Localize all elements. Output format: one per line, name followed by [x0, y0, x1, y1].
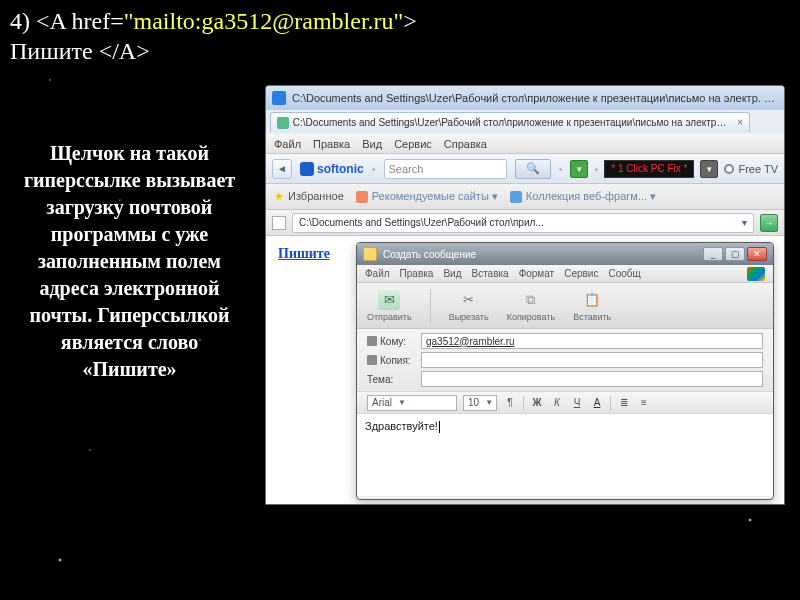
- paste-icon: 📋: [581, 290, 603, 310]
- favorites-button[interactable]: ★Избранное: [274, 190, 344, 203]
- code-open: <A href=: [36, 8, 124, 34]
- green-dropdown[interactable]: ▾: [570, 160, 588, 178]
- compose-header-fields: Кому: ga3512@rambler.ru Копия: Тема:: [357, 329, 773, 392]
- search-input[interactable]: Search: [384, 159, 507, 179]
- star-icon: ★: [274, 190, 284, 202]
- copy-icon: ⧉: [520, 290, 542, 310]
- promo-cluster: ▾ • * 1 Click PC Fix * ▾ Free TV: [570, 160, 778, 178]
- freetv-link[interactable]: Free TV: [724, 163, 778, 175]
- menu-view[interactable]: Вид: [362, 138, 382, 150]
- addressbook-icon[interactable]: [367, 336, 377, 346]
- close-button[interactable]: ✕: [747, 247, 767, 261]
- paragraph-icon[interactable]: ¶: [503, 397, 517, 408]
- bold-icon[interactable]: Ж: [530, 397, 544, 408]
- browser-menubar: Файл Правка Вид Сервис Справка: [266, 134, 784, 154]
- cut-button[interactable]: ✂Вырезать: [449, 290, 489, 322]
- to-input[interactable]: ga3512@rambler.ru: [421, 333, 763, 349]
- send-icon: ✉: [378, 290, 400, 310]
- page-icon: [277, 117, 289, 129]
- cmenu-format[interactable]: Формат: [519, 268, 555, 279]
- slide-explain: Щелчок на такой гиперссылке вызывает заг…: [12, 140, 247, 383]
- compose-title: Создать сообщение: [383, 249, 476, 260]
- mailto-link[interactable]: Пишите: [278, 246, 330, 262]
- menu-edit[interactable]: Правка: [313, 138, 350, 150]
- softonic-icon: [300, 162, 314, 176]
- cut-icon: ✂: [458, 290, 480, 310]
- cc-input[interactable]: [421, 352, 763, 368]
- webslice-label: Коллекция веб-фрагм... ▾: [526, 190, 656, 203]
- browser-titlebar[interactable]: C:\Documents and Settings\Uzer\Рабочий с…: [266, 86, 784, 110]
- slide-number: 4): [10, 8, 36, 34]
- text-caret: [439, 421, 440, 433]
- compose-titlebar[interactable]: Создать сообщение _ ▢ ✕: [357, 243, 773, 265]
- compose-toolbar: ✉Отправить ✂Вырезать ⧉Копировать 📋Встави…: [357, 283, 773, 329]
- to-label: Кому:: [367, 336, 413, 347]
- numbered-list-icon[interactable]: ≣: [617, 397, 631, 408]
- compose-window: Создать сообщение _ ▢ ✕ Файл Правка Вид …: [356, 242, 774, 500]
- copy-button[interactable]: ⧉Копировать: [507, 290, 555, 322]
- addressbook-icon-2[interactable]: [367, 355, 377, 365]
- cmenu-view[interactable]: Вид: [443, 268, 461, 279]
- go-button[interactable]: →: [760, 214, 778, 232]
- menu-help[interactable]: Справка: [444, 138, 487, 150]
- toolbar-sep: •: [372, 163, 376, 175]
- freetv-label: Free TV: [738, 163, 778, 175]
- search-icon: 🔍: [526, 162, 540, 175]
- green-dropdown-2[interactable]: ▾: [700, 160, 718, 178]
- underline-icon[interactable]: Ч: [570, 397, 584, 408]
- cmenu-file[interactable]: Файл: [365, 268, 390, 279]
- nav-back-button[interactable]: ◄: [272, 159, 292, 179]
- body-text: Здравствуйте!: [365, 420, 438, 432]
- search-button[interactable]: 🔍: [515, 159, 551, 179]
- compose-body[interactable]: Здравствуйте!: [357, 414, 773, 496]
- cmenu-message[interactable]: Сообщ: [608, 268, 640, 279]
- address-text: C:\Documents and Settings\Uzer\Рабочий с…: [299, 217, 544, 228]
- softonic-logo[interactable]: softonic: [300, 162, 364, 176]
- softonic-label: softonic: [317, 162, 364, 176]
- fontcolor-icon[interactable]: А: [590, 397, 604, 408]
- favorites-bar: ★Избранное Рекомендуемые сайты ▾ Коллекц…: [266, 184, 784, 210]
- ie-icon: [272, 91, 286, 105]
- compose-sysbuttons: _ ▢ ✕: [703, 247, 767, 261]
- format-toolbar: Arial▼ 10▼ ¶ Ж К Ч А ≣ ≡: [357, 392, 773, 414]
- subject-label: Тема:: [367, 374, 413, 385]
- promo-ad[interactable]: * 1 Click PC Fix *: [604, 160, 694, 178]
- search-placeholder: Search: [389, 163, 424, 175]
- cc-label-text: Копия:: [380, 355, 411, 366]
- code-mailto: "mailto:ga3512@rambler.ru": [124, 8, 404, 34]
- address-input[interactable]: C:\Documents and Settings\Uzer\Рабочий с…: [292, 213, 754, 233]
- cmenu-service[interactable]: Сервис: [564, 268, 598, 279]
- chevron-down-icon: ▼: [398, 398, 406, 407]
- paste-label: Вставить: [573, 312, 611, 322]
- webslice-icon: [510, 191, 522, 203]
- paste-button[interactable]: 📋Вставить: [573, 290, 611, 322]
- promo-sep: •: [594, 163, 598, 175]
- browser-tab[interactable]: C:\Documents and Settings\Uzer\Рабочий с…: [270, 112, 750, 132]
- minimize-button[interactable]: _: [703, 247, 723, 261]
- font-select[interactable]: Arial▼: [367, 395, 457, 411]
- maximize-button[interactable]: ▢: [725, 247, 745, 261]
- cmenu-edit[interactable]: Правка: [400, 268, 434, 279]
- chevron-down-icon-2: ▼: [485, 398, 493, 407]
- format-sep-2: [610, 396, 611, 410]
- webslice-link[interactable]: Коллекция веб-фрагм... ▾: [510, 190, 656, 203]
- sites-icon: [356, 191, 368, 203]
- menu-service[interactable]: Сервис: [394, 138, 432, 150]
- address-dropdown-icon[interactable]: ▾: [742, 217, 747, 228]
- subject-input[interactable]: [421, 371, 763, 387]
- close-tab-icon[interactable]: ×: [731, 117, 743, 128]
- code-close: </A>: [99, 38, 150, 64]
- browser-title: C:\Documents and Settings\Uzer\Рабочий с…: [292, 92, 778, 104]
- to-value: ga3512@rambler.ru: [426, 336, 515, 347]
- menu-file[interactable]: Файл: [274, 138, 301, 150]
- fontsize-select[interactable]: 10▼: [463, 395, 497, 411]
- cmenu-insert[interactable]: Вставка: [471, 268, 508, 279]
- tab-label: C:\Documents and Settings\Uzer\Рабочий с…: [293, 117, 727, 128]
- bullet-list-icon[interactable]: ≡: [637, 397, 651, 408]
- compose-menubar: Файл Правка Вид Вставка Формат Сервис Со…: [357, 265, 773, 283]
- send-button[interactable]: ✉Отправить: [367, 290, 412, 322]
- send-label: Отправить: [367, 312, 412, 322]
- italic-icon[interactable]: К: [550, 397, 564, 408]
- recommended-sites-link[interactable]: Рекомендуемые сайты ▾: [356, 190, 498, 203]
- to-label-text: Кому:: [380, 336, 406, 347]
